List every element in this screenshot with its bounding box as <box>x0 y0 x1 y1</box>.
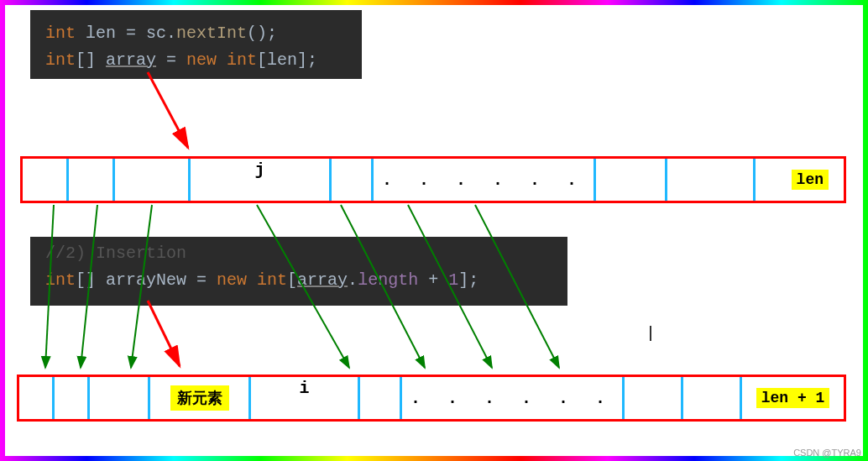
rainbow-border: int len = sc.nextInt(); int[] array = ne… <box>0 0 868 461</box>
keyword-int: int <box>45 50 76 70</box>
red-arrow-2 <box>148 301 180 366</box>
var-arraynew: arrayNew <box>106 270 186 290</box>
keyword-int: int <box>45 24 76 43</box>
len-plus-1-label: len + 1 <box>756 388 830 408</box>
array1-cell-len: len <box>756 159 844 201</box>
array2-cell-7 <box>625 377 683 419</box>
var-array: array <box>106 50 156 70</box>
array1-cell-6 <box>596 159 667 201</box>
array2-cell-len: len + 1 <box>742 377 844 419</box>
faded-comment: //2) Insertion <box>45 244 186 263</box>
array2-cell-8 <box>683 377 742 419</box>
keyword-int: int <box>45 270 76 290</box>
i-label: i <box>299 379 309 398</box>
array1-cell-7 <box>667 159 756 201</box>
array2-cell-5 <box>360 377 402 419</box>
diagram-canvas: int len = sc.nextInt(); int[] array = ne… <box>5 5 863 456</box>
array2-cell-new: 新元素 <box>150 377 251 419</box>
new-element-label: 新元素 <box>170 385 229 411</box>
keyword-new-int: new int <box>186 50 257 70</box>
var-len: len <box>86 24 116 43</box>
array1-cell-1 <box>69 159 115 201</box>
array1-cell-0 <box>23 159 69 201</box>
var-len-ref: len <box>267 50 297 70</box>
keyword-new-int: new int <box>217 270 287 290</box>
code-block-2: //2) Insertion int[] arrayNew = new int[… <box>30 237 567 306</box>
obj-sc: sc <box>146 24 166 43</box>
literal-1: 1 <box>448 270 458 290</box>
array1-cell-4 <box>332 159 374 201</box>
array2-cell-0 <box>19 377 55 419</box>
prop-length: length <box>358 270 418 290</box>
array2-cell-i: i <box>251 377 360 419</box>
array-top: j . . . . . . len <box>20 156 846 203</box>
array2-cell-dots: . . . . . . <box>402 377 625 419</box>
array1-cell-2 <box>115 159 191 201</box>
code-block-1: int len = sc.nextInt(); int[] array = ne… <box>30 10 362 79</box>
watermark: CSDN @TYRA9 <box>793 448 861 458</box>
caret-mark <box>650 326 651 341</box>
array1-cell-j: j <box>191 159 332 201</box>
array1-cell-dots: . . . . . . <box>374 159 596 201</box>
len-label: len <box>792 170 829 190</box>
array2-cell-1 <box>55 377 90 419</box>
array-bottom: 新元素 i . . . . . . len + 1 <box>17 375 846 422</box>
method-nextint: nextInt <box>176 24 247 43</box>
red-arrow-1 <box>148 72 188 148</box>
array2-cell-2 <box>90 377 150 419</box>
j-label: j <box>254 160 264 180</box>
ref-array: array <box>297 270 348 290</box>
